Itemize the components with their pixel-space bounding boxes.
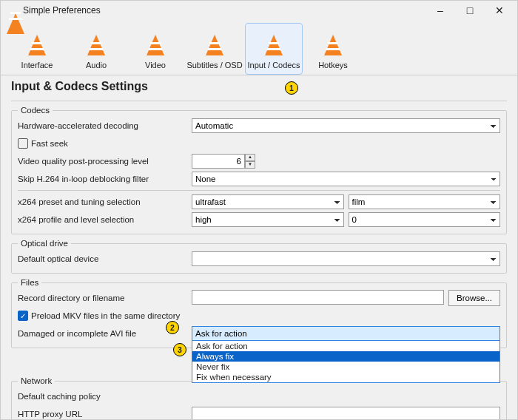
cone-icon [319,31,347,59]
window-title: Simple Preferences [23,5,426,16]
optical-device-label: Default optical device [18,254,192,263]
tab-label: Interface [21,61,53,70]
files-group: Files Record directory or filename Brows… [11,278,507,348]
cone-icon [260,31,288,59]
avi-option-ask[interactable]: Ask for action [192,341,500,351]
group-legend: Codecs [18,106,53,115]
tab-label: Video [145,61,166,70]
page-title: Input & Codecs Settings 1 [11,78,507,98]
close-button[interactable]: ✕ [485,1,514,19]
skip-h264-select[interactable] [192,172,500,186]
page-title-text: Input & Codecs Settings [11,80,148,92]
x264-profile-select[interactable] [192,212,344,227]
optical-device-select[interactable] [192,251,500,266]
group-legend: Network [18,376,55,385]
spinner-buttons[interactable]: ▲▼ [245,154,255,169]
avi-option-when-necessary[interactable]: Fix when necessary [192,372,500,382]
app-icon [7,4,18,16]
tab-video[interactable]: Video [127,23,184,75]
tab-label: Hotkeys [318,61,348,70]
callout-1: 1 [285,81,298,95]
tab-label: Subtitles / OSD [186,61,242,70]
codecs-group: Codecs Hardware-accelerated decoding Fas… [11,106,507,234]
hw-decoding-select[interactable] [192,118,500,133]
tab-hotkeys[interactable]: Hotkeys [304,23,362,75]
category-tabs: Interface Audio Video Subtitles / OSD In… [1,20,517,75]
preload-mkv-label: Preload MKV files in the same directory [31,311,180,320]
avi-fix-dropdown-list: Ask for action Always fix Never fix Fix … [192,340,500,383]
tab-input-codecs[interactable]: Input / Codecs [245,23,303,75]
video-quality-spinner[interactable] [192,154,245,169]
content-area: Input & Codecs Settings 1 Codecs Hardwar… [1,75,517,419]
x264-preset-select[interactable] [192,194,344,209]
record-dir-label: Record directory or filename [18,294,192,302]
callout-3: 3 [173,343,186,356]
caching-policy-label: Default caching policy [18,392,192,401]
proxy-url-input[interactable] [192,407,500,419]
tab-audio[interactable]: Audio [67,23,125,75]
avi-option-never[interactable]: Never fix [192,362,500,372]
skip-h264-label: Skip H.264 in-loop deblocking filter [18,175,192,183]
preload-mkv-checkbox[interactable]: ✓ [18,311,28,321]
avi-option-always[interactable]: Always fix [192,351,500,362]
record-dir-input[interactable] [192,290,444,305]
x264-profile-label: x264 profile and level selection [18,215,192,224]
tab-label: Audio [86,61,107,70]
cone-icon [201,31,229,59]
minimize-button[interactable]: – [426,1,455,19]
tab-subtitles[interactable]: Subtitles / OSD [186,23,243,75]
headphones-icon [82,31,110,59]
titlebar: Simple Preferences – □ ✕ [1,1,517,20]
cone-icon [141,31,169,59]
group-legend: Files [18,278,41,287]
x264-tuning-select[interactable] [349,194,501,209]
cone-icon [23,31,51,59]
video-quality-label: Video quality post-processing level [18,157,192,166]
fast-seek-checkbox[interactable] [18,138,28,149]
fast-seek-label: Fast seek [31,139,68,148]
group-legend: Optical drive [18,239,71,248]
avi-fix-select[interactable] [192,326,500,341]
divider [11,101,507,101]
x264-level-select[interactable] [349,212,501,227]
browse-button[interactable]: Browse... [448,290,500,306]
proxy-url-label: HTTP proxy URL [18,410,192,419]
avi-fix-label: Damaged or incomplete AVI file [18,329,192,338]
optical-group: Optical drive Default optical device [11,239,507,274]
x264-preset-label: x264 preset and tuning selection [18,197,192,206]
tab-label: Input / Codecs [248,61,300,70]
divider [18,190,500,191]
preferences-window: Simple Preferences – □ ✕ Interface Audio… [0,0,518,420]
maximize-button[interactable]: □ [455,1,485,19]
hw-decoding-label: Hardware-accelerated decoding [18,121,192,130]
